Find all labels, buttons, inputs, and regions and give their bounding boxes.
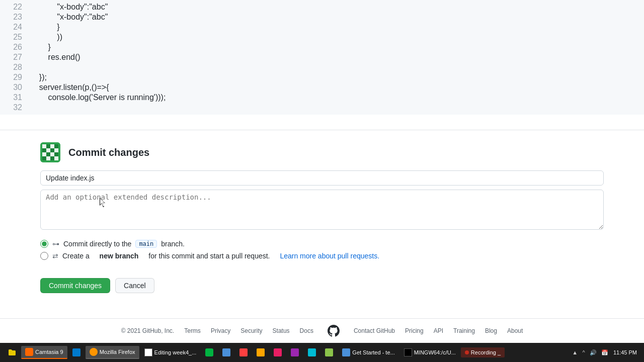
orange-icon <box>257 348 265 356</box>
line-content: )) <box>30 32 62 42</box>
svg-rect-13 <box>42 156 46 160</box>
github-logo <box>328 325 340 337</box>
commit-form: ⊶ Commit directly to the main branch. ⇄ … <box>40 170 604 293</box>
line-number: 32 <box>0 103 30 113</box>
commit-changes-button[interactable]: Commit changes <box>40 278 110 293</box>
recording-label: Recording _ <box>471 349 501 355</box>
footer-api[interactable]: API <box>434 327 443 334</box>
footer-docs[interactable]: Docs <box>300 327 313 334</box>
firefox-icon <box>90 348 98 356</box>
commit-actions: Commit changes Cancel <box>40 278 604 293</box>
taskbar-icon3[interactable] <box>235 346 252 358</box>
taskbar-file-explorer[interactable] <box>4 346 20 358</box>
line-number: 26 <box>0 42 30 52</box>
line-number: 27 <box>0 52 30 62</box>
taskbar-icon6[interactable] <box>287 346 303 358</box>
learn-more-link[interactable]: Learn more about pull requests. <box>280 252 379 260</box>
code-line: 28 <box>0 62 644 72</box>
footer-security[interactable]: Security <box>240 327 262 334</box>
commit-direct-radio[interactable] <box>40 240 48 248</box>
taskbar-firefox[interactable]: Mozilla Firefox <box>86 346 139 359</box>
code-editor: 22 "x-body":"abc"23 "x-body":"abc"24 }25… <box>0 0 644 115</box>
page-content: 22 "x-body":"abc"23 "x-body":"abc"24 }25… <box>0 0 644 343</box>
footer-terms[interactable]: Terms <box>184 327 201 334</box>
red-icon <box>239 348 248 356</box>
svg-rect-6 <box>46 148 50 152</box>
code-line: 29 }); <box>0 72 644 82</box>
code-line: 25 )) <box>0 32 644 42</box>
taskbar-icon5[interactable] <box>270 346 286 358</box>
green-icon <box>205 348 213 356</box>
camtasia-icon <box>25 348 33 356</box>
taskbar-right: ▲ ^ 🔊 📅 11:45 PM <box>572 347 640 357</box>
commit-section: Commit changes ⊶ Commit directly to the … <box>0 130 644 301</box>
terminal-icon <box>404 348 412 356</box>
commit-header: Commit changes <box>40 142 604 162</box>
svg-rect-16 <box>54 156 58 160</box>
svg-rect-12 <box>54 152 58 156</box>
taskbar-icon8[interactable] <box>321 346 337 358</box>
line-number: 25 <box>0 32 30 42</box>
svg-rect-15 <box>50 156 54 160</box>
footer-about[interactable]: About <box>507 327 523 334</box>
svg-rect-8 <box>54 148 58 152</box>
commit-options: ⊶ Commit directly to the main branch. ⇄ … <box>40 240 604 260</box>
footer-content: © 2021 GitHub, Inc. Terms Privacy Securi… <box>121 325 523 337</box>
purple-icon <box>291 348 299 356</box>
vscode-icon <box>72 348 80 356</box>
footer-privacy[interactable]: Privacy <box>211 327 230 334</box>
commit-direct-option[interactable]: ⊶ Commit directly to the main branch. <box>40 240 604 248</box>
svg-rect-14 <box>46 156 50 160</box>
pink-icon <box>274 348 282 356</box>
taskbar-camtasia[interactable]: Camtasia 9 <box>21 346 67 359</box>
line-number: 28 <box>0 62 30 72</box>
file-icon <box>144 348 152 356</box>
svg-rect-10 <box>46 152 50 156</box>
svg-rect-4 <box>54 144 58 148</box>
taskbar-recording[interactable]: Recording _ <box>461 347 505 357</box>
radio1-suffix: branch. <box>161 240 185 248</box>
commit-description-textarea[interactable] <box>40 190 604 230</box>
footer-blog[interactable]: Blog <box>485 327 497 334</box>
commit-title: Commit changes <box>68 147 149 158</box>
line-content: res.end() <box>30 52 80 62</box>
footer-contact[interactable]: Contact GitHub <box>354 327 395 334</box>
taskbar-icon1[interactable] <box>201 346 217 358</box>
svg-rect-2 <box>46 144 50 148</box>
folder-icon <box>8 348 16 356</box>
commit-message-input[interactable] <box>40 170 604 186</box>
code-line: 31 console.log('Server is running'))); <box>0 93 644 103</box>
line-number: 23 <box>0 12 30 22</box>
commit-newbranch-option[interactable]: ⇄ Create a new branch for this commit an… <box>40 252 604 260</box>
footer-pricing[interactable]: Pricing <box>405 327 424 334</box>
taskbar-time[interactable]: 11:45 PM <box>610 347 640 357</box>
git-branch-icon: ⊶ <box>52 240 59 248</box>
taskbar-icon4[interactable] <box>253 346 269 358</box>
branch-badge: main <box>135 240 157 248</box>
svg-rect-9 <box>42 152 46 156</box>
camtasia-label: Camtasia 9 <box>35 349 63 355</box>
spacer <box>0 115 644 130</box>
line-content: console.log('Server is running'))); <box>30 93 166 103</box>
line-number: 29 <box>0 72 30 82</box>
getstarted-label: Get Started - te... <box>352 349 394 355</box>
code-line: 23 "x-body":"abc" <box>0 12 644 22</box>
line-content: } <box>30 22 60 32</box>
footer-training[interactable]: Training <box>453 327 475 334</box>
svg-rect-3 <box>50 144 54 148</box>
footer-status[interactable]: Status <box>273 327 290 334</box>
cancel-button[interactable]: Cancel <box>115 278 154 293</box>
taskbar-editing[interactable]: Editing week4_... <box>140 346 201 358</box>
taskbar-icon2[interactable] <box>218 346 234 358</box>
line-content: "x-body":"abc" <box>30 2 108 12</box>
commit-newbranch-radio[interactable] <box>40 252 48 260</box>
taskbar-vscode[interactable] <box>68 346 85 358</box>
code-line: 30 server.listen(p,()=>{ <box>0 82 644 93</box>
taskbar-getstarted[interactable]: Get Started - te... <box>338 346 398 358</box>
code-line: 27 res.end() <box>0 52 644 62</box>
taskbar-mingw[interactable]: MINGW64:/c/U... <box>400 346 460 358</box>
new-branch-bold: new branch <box>100 252 139 260</box>
taskbar-icon7[interactable] <box>304 346 320 358</box>
line-number: 22 <box>0 2 30 12</box>
code-line: 24 } <box>0 22 644 32</box>
